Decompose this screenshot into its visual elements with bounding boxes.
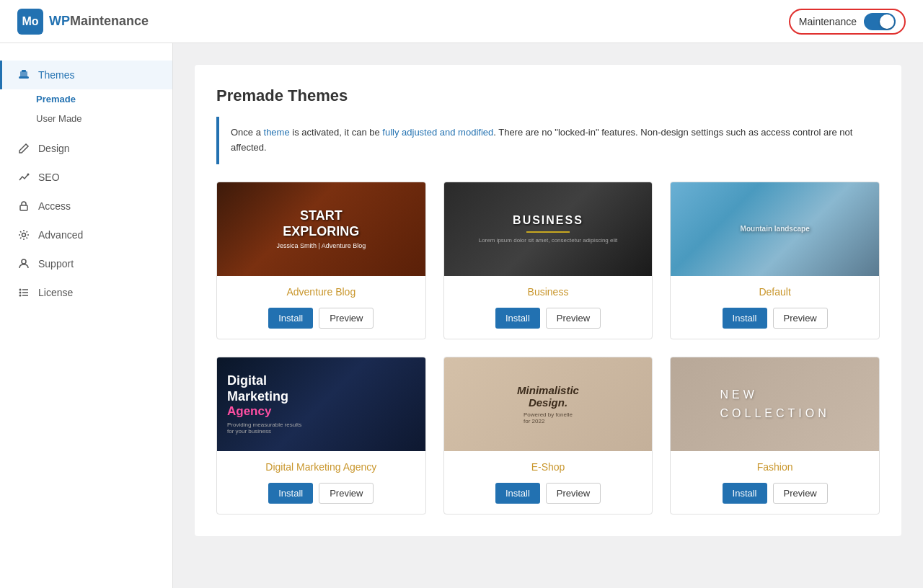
nav-section: Themes Premade User Made Design	[0, 61, 172, 307]
digital-thumb-text: DigitalMarketing	[227, 373, 288, 404]
default-thumb-text: Mountain landscape	[741, 225, 810, 233]
theme-thumbnail-digital: DigitalMarketing Agency Providing measur…	[217, 357, 425, 451]
sidebar-item-access-label: Access	[38, 200, 71, 212]
sidebar-item-license[interactable]: License	[0, 278, 172, 307]
eshop-thumb-inner: MinimalisticDesign. Powered by fonellefo…	[444, 357, 653, 451]
sidebar-item-advanced[interactable]: Advanced	[0, 220, 172, 249]
chart-icon	[17, 170, 31, 184]
digital-install-button[interactable]: Install	[268, 483, 313, 504]
digital-theme-info: Digital Marketing Agency Install Preview	[217, 451, 425, 514]
default-theme-name: Default	[682, 286, 867, 298]
fashion-theme-name: Fashion	[682, 461, 867, 473]
default-theme-info: Default Install Preview	[671, 276, 879, 339]
digital-theme-actions: Install Preview	[229, 483, 414, 504]
logo-wp: WP	[49, 14, 70, 28]
logo-text: WPMaintenance	[49, 14, 149, 29]
business-theme-actions: Install Preview	[456, 308, 641, 329]
info-link-theme: theme	[264, 127, 290, 138]
info-link-adjusted: fully adjusted and modified	[382, 127, 493, 138]
sidebar-subitem-usermade[interactable]: User Made	[0, 109, 172, 128]
business-theme-name: Business	[456, 286, 641, 298]
theme-card-eshop: MinimalisticDesign. Powered by fonellefo…	[443, 357, 653, 514]
maintenance-toggle-wrapper[interactable]: Maintenance	[789, 9, 906, 35]
fashion-theme-actions: Install Preview	[682, 483, 867, 504]
svg-rect-1	[20, 71, 27, 77]
fashion-thumb-text: NEWCOLLECTION	[720, 386, 830, 422]
sidebar-item-support[interactable]: Support	[0, 249, 172, 278]
theme-thumbnail-business: BUSINESS Lorem ipsum dolor sit amet, con…	[444, 182, 653, 276]
adventure-thumb-inner: STARTEXPLORING Jessica Smith | Adventure…	[217, 182, 425, 276]
content-box: Premade Themes Once a theme is activated…	[195, 65, 901, 536]
fashion-theme-info: Fashion Install Preview	[671, 451, 879, 514]
logo-maintenance-text: Maintenance	[70, 14, 149, 28]
digital-thumb-inner: DigitalMarketing Agency Providing measur…	[217, 357, 425, 451]
person-icon	[17, 257, 31, 271]
business-theme-info: Business Install Preview	[444, 276, 653, 339]
sidebar-item-themes[interactable]: Themes	[0, 61, 172, 89]
logo-icon-text: Mo	[22, 15, 38, 28]
adventure-thumb-text: STARTEXPLORING	[276, 208, 366, 239]
theme-grid: STARTEXPLORING Jessica Smith | Adventure…	[216, 182, 880, 514]
sidebar-item-design-label: Design	[38, 143, 70, 154]
sidebar-item-license-label: License	[38, 287, 73, 298]
lock-icon	[17, 199, 31, 213]
default-preview-button[interactable]: Preview	[773, 308, 828, 329]
theme-card-digital: DigitalMarketing Agency Providing measur…	[216, 357, 426, 514]
themes-sub-items: Premade User Made	[0, 89, 172, 134]
business-install-button[interactable]: Install	[495, 308, 540, 329]
theme-thumbnail-fashion: NEWCOLLECTION	[671, 357, 879, 451]
business-thumb-text: BUSINESS	[479, 214, 618, 227]
gear-icon	[17, 228, 31, 242]
fashion-preview-button[interactable]: Preview	[773, 483, 828, 504]
digital-sub-text: Providing measurable resultsfor your bus…	[227, 422, 301, 435]
default-install-button[interactable]: Install	[723, 308, 767, 329]
adventure-theme-name: Adventure Blog	[229, 286, 414, 298]
maintenance-label: Maintenance	[799, 16, 857, 27]
digital-theme-name: Digital Marketing Agency	[229, 461, 414, 473]
content-area: Premade Themes Once a theme is activated…	[173, 43, 923, 588]
default-theme-actions: Install Preview	[682, 308, 867, 329]
adventure-install-button[interactable]: Install	[268, 308, 313, 329]
pencil-icon	[17, 141, 31, 156]
logo-icon: Mo	[17, 9, 43, 35]
sidebar-item-design[interactable]: Design	[0, 134, 172, 163]
svg-point-5	[22, 233, 26, 237]
eshop-install-button[interactable]: Install	[495, 483, 540, 504]
sidebar-subitem-premade[interactable]: Premade	[0, 89, 172, 109]
info-banner: Once a theme is activated, it can be ful…	[216, 117, 880, 164]
eshop-theme-actions: Install Preview	[456, 483, 641, 504]
header-right: Maintenance	[789, 9, 906, 35]
theme-thumbnail-default: Mountain landscape	[671, 182, 879, 276]
theme-card-adventure: STARTEXPLORING Jessica Smith | Adventure…	[216, 182, 426, 339]
business-thumb-sub: Lorem ipsum dolor sit amet, consectetur …	[479, 237, 618, 244]
default-thumb-inner: Mountain landscape	[671, 182, 879, 276]
svg-rect-2	[22, 70, 26, 72]
digital-preview-button[interactable]: Preview	[319, 483, 374, 504]
adventure-theme-info: Adventure Blog Install Preview	[217, 276, 425, 339]
info-text: Once a theme is activated, it can be ful…	[231, 127, 852, 153]
maintenance-toggle[interactable]	[864, 13, 896, 30]
svg-rect-4	[20, 205, 27, 210]
svg-point-6	[22, 259, 26, 264]
theme-thumbnail-adventure: STARTEXPLORING Jessica Smith | Adventure…	[217, 182, 425, 276]
theme-card-fashion: NEWCOLLECTION Fashion Install Preview	[670, 357, 880, 514]
adventure-preview-button[interactable]: Preview	[319, 308, 374, 329]
sidebar-item-seo[interactable]: SEO	[0, 163, 172, 192]
page-title: Premade Themes	[216, 86, 880, 105]
adventure-thumb-sub: Jessica Smith | Adventure Blog	[276, 242, 366, 249]
business-preview-button[interactable]: Preview	[546, 308, 601, 329]
eshop-theme-name: E-Shop	[456, 461, 641, 473]
sidebar-item-seo-label: SEO	[38, 172, 60, 183]
sidebar: Themes Premade User Made Design	[0, 43, 173, 588]
main-layout: Themes Premade User Made Design	[0, 43, 923, 588]
eshop-thumb-sub: Powered by fonellefor 2022	[524, 411, 573, 424]
fashion-install-button[interactable]: Install	[723, 483, 767, 504]
svg-point-8	[19, 292, 22, 294]
logo-area: Mo WPMaintenance	[17, 9, 149, 35]
digital-agency-text: Agency	[227, 404, 271, 419]
sidebar-item-access[interactable]: Access	[0, 192, 172, 220]
sidebar-item-support-label: Support	[38, 258, 74, 270]
eshop-preview-button[interactable]: Preview	[546, 483, 601, 504]
menu-icon	[17, 285, 31, 300]
theme-card-business: BUSINESS Lorem ipsum dolor sit amet, con…	[443, 182, 653, 339]
